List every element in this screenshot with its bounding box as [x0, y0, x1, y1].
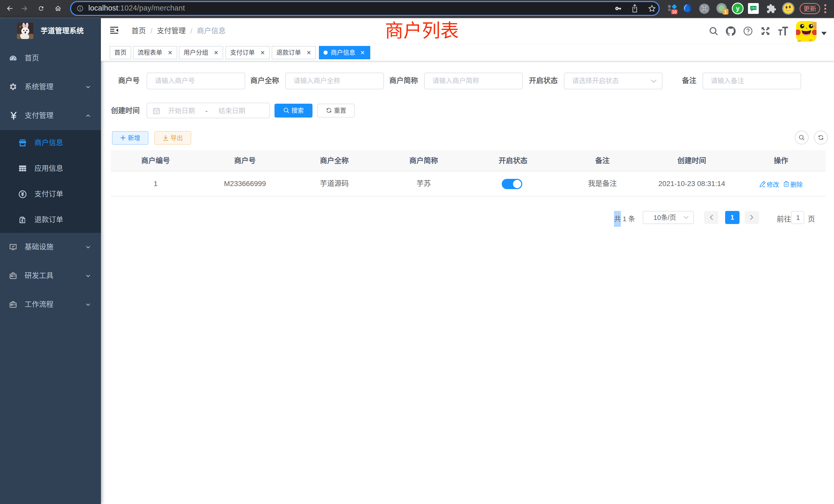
svg-text:⌘: ⌘ — [701, 5, 708, 13]
svg-text:1: 1 — [724, 9, 727, 15]
svg-text:y: y — [736, 5, 740, 12]
svg-text:10: 10 — [672, 9, 677, 14]
